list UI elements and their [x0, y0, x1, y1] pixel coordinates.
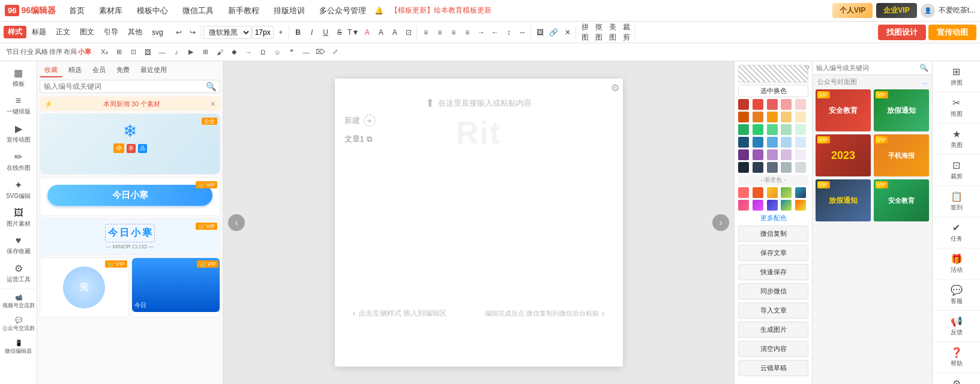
caijian-button[interactable]: 裁剪 [620, 26, 633, 39]
color-cell[interactable] [781, 99, 792, 110]
color-cell[interactable] [767, 99, 778, 110]
ra-feedback[interactable]: 📢 反馈 [933, 311, 980, 342]
color-cell[interactable] [738, 137, 749, 148]
sync-wechat-button[interactable]: 同步微信 [738, 283, 808, 299]
gradient-cell[interactable] [795, 200, 806, 211]
gradient-cell[interactable] [738, 187, 749, 198]
color-cell[interactable] [795, 137, 806, 148]
canvas-add-button[interactable]: + [364, 115, 376, 127]
style-tab-active[interactable]: 样式 [4, 26, 26, 38]
tab-zhengwen[interactable]: 正文 [52, 26, 74, 38]
gradient-cell[interactable] [795, 187, 806, 198]
gradient-cell[interactable] [781, 187, 792, 198]
color-cell[interactable] [795, 99, 806, 110]
ra-pintu[interactable]: ⊞ 拼图 [933, 61, 980, 92]
color-cell[interactable] [753, 149, 763, 160]
cloud-draft-button[interactable]: 云镜草稿 [738, 360, 808, 376]
canvas-document[interactable]: ⚙ ⬆ 在这里直接输入或粘贴内容 新建 + 文章1 ⧉ Rit ‹ [335, 79, 623, 367]
tab-member[interactable]: 会员 [88, 64, 110, 77]
gradient-cell[interactable] [753, 200, 763, 211]
left-item-wechat-editor[interactable]: 📱 微信编辑器 [0, 336, 37, 359]
tab-collect[interactable]: 收藏 [40, 64, 62, 77]
color-help-icon[interactable]: ? [805, 64, 810, 73]
frp-card-3[interactable]: VIP 2023 [815, 134, 871, 177]
nav-wechat-tools[interactable]: 微信工具 [176, 3, 220, 19]
left-item-wechat-group[interactable]: 💬 公众号交流群 [0, 313, 37, 336]
icon-divider2[interactable]: — [299, 46, 313, 59]
left-item-svg[interactable]: ✦ SVG编辑 [0, 176, 37, 204]
username[interactable]: 不爱吃茶t... [939, 5, 975, 16]
icon-shape[interactable]: ◆ [227, 46, 241, 59]
nav-multi-account[interactable]: 多公众号管理 [313, 3, 372, 19]
sub-btn-3[interactable]: 风格 [35, 46, 48, 59]
meitu-button[interactable]: 美图 [606, 26, 619, 39]
outdent-button[interactable]: ← [488, 26, 502, 39]
color-pattern-swatch[interactable] [738, 65, 808, 83]
save-article-button[interactable]: 保存文章 [738, 245, 808, 261]
icon-sub2[interactable]: ⊞ [112, 46, 125, 59]
font-size-input[interactable] [252, 26, 274, 39]
template-search-input[interactable] [44, 82, 206, 91]
ra-meitu[interactable]: ★ 美图 [933, 124, 980, 155]
color-cell[interactable] [795, 162, 806, 173]
enterprise-vip-button[interactable]: 企业VIP [876, 3, 916, 18]
frp-card-4[interactable]: VIP 手机海报 [873, 134, 930, 177]
canvas-nav-left[interactable]: ‹ [228, 214, 245, 231]
template-card-today[interactable]: 👑 VIP 今日小寒 [40, 177, 220, 216]
quick-save-button[interactable]: 快速保存 [738, 264, 808, 280]
color-cell[interactable] [781, 137, 792, 148]
personal-vip-button[interactable]: 个人VIP [832, 3, 873, 18]
insert-image-button[interactable]: 🖼 [534, 26, 547, 39]
icon-image[interactable]: 🖼 [141, 46, 154, 59]
gradient-cell[interactable] [767, 200, 778, 211]
color-cell[interactable] [781, 112, 792, 122]
frp-card-5[interactable]: VIP 放假通知 [815, 179, 871, 222]
sub-btn-2[interactable]: 行业 [20, 46, 34, 59]
tab-yindao[interactable]: 引导 [100, 26, 122, 38]
kouto-button[interactable]: 抠图 [592, 26, 606, 39]
icon-expand[interactable]: ⤢ [328, 46, 341, 59]
align-justify-button[interactable]: ≡ [461, 26, 474, 39]
tab-qita[interactable]: 其他 [124, 26, 146, 38]
color-cell[interactable] [738, 149, 749, 160]
icon-sub1[interactable]: X₂ [98, 46, 111, 59]
align-right-button[interactable]: ≡ [447, 26, 460, 39]
icon-brush[interactable]: 🖌 [213, 46, 226, 59]
color-cell[interactable] [795, 149, 806, 160]
ra-caijian[interactable]: ⊡ 裁剪 [933, 155, 980, 186]
sub-btn-5[interactable]: 布局 [64, 46, 77, 59]
left-item-template[interactable]: ▦ 模板 [0, 64, 37, 92]
canvas-nav-right[interactable]: › [712, 214, 729, 231]
italic-button[interactable]: I [305, 26, 319, 39]
align-left-button[interactable]: ≡ [419, 26, 433, 39]
wechat-copy-button[interactable]: 微信复制 [738, 226, 808, 242]
frp-card-1[interactable]: VIP 安全教育 [815, 89, 871, 132]
icon-arrow2[interactable]: → [242, 46, 255, 59]
nav-beginner[interactable]: 新手教程 [222, 3, 265, 19]
template-card-xiaoshu-main[interactable]: 企业 ❄ 小 寒 品 [40, 113, 220, 175]
bg-color-format[interactable]: A [374, 26, 388, 39]
frp-search-input[interactable] [816, 64, 917, 71]
ra-kouto[interactable]: ✂ 抠图 [933, 92, 980, 124]
left-item-video-group[interactable]: 📹 视频号交流群 [0, 290, 37, 313]
more-text-format[interactable]: T▼ [347, 26, 360, 39]
color-cell[interactable] [781, 162, 792, 173]
color-selected-label[interactable]: 选中换色 [738, 85, 808, 97]
new-banner-close[interactable]: × [211, 99, 215, 109]
redo-button[interactable]: ↪ [186, 26, 199, 39]
line-height-button[interactable]: ↕ [502, 26, 516, 39]
generate-image-button[interactable]: 生成图片 [738, 322, 808, 338]
promo-button[interactable]: 宣传动图 [928, 25, 976, 40]
icon-music[interactable]: ♪ [170, 46, 183, 59]
pintu-button[interactable]: 拼图 [579, 26, 592, 39]
gradient-cell[interactable] [767, 187, 778, 198]
color-cell[interactable] [753, 162, 763, 173]
clear-content-button[interactable]: 清空内容 [738, 341, 808, 357]
frp-card-6[interactable]: VIP 安全教育 [873, 179, 930, 222]
template-card-circle[interactable]: 👑 VIP 完 [40, 257, 129, 317]
template-card-xiaoshu-chars[interactable]: 👑 VIP 今 日 小 寒 — MINOR CLOD — [40, 218, 220, 255]
color-cell[interactable] [738, 112, 749, 122]
nav-materials[interactable]: 素材库 [93, 3, 128, 19]
left-item-promo[interactable]: ▶ 宣传动图 [0, 119, 37, 148]
icon-table[interactable]: ⊡ [127, 46, 140, 59]
